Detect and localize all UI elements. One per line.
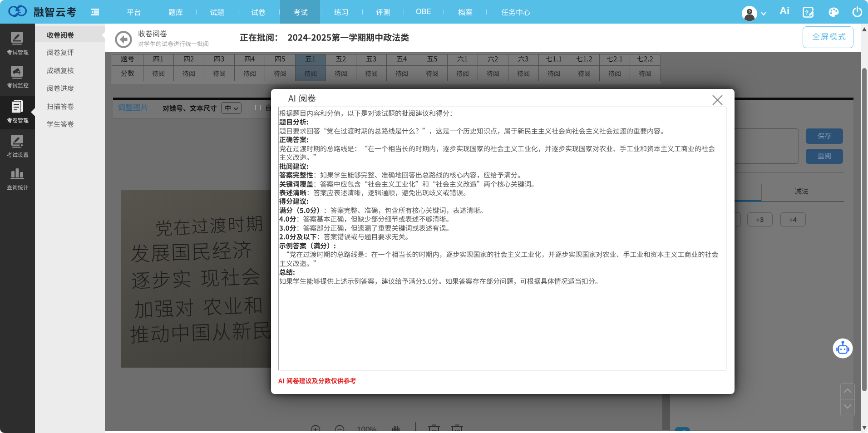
svg-text:?: ? xyxy=(748,10,751,14)
svg-text:?: ? xyxy=(805,9,809,16)
